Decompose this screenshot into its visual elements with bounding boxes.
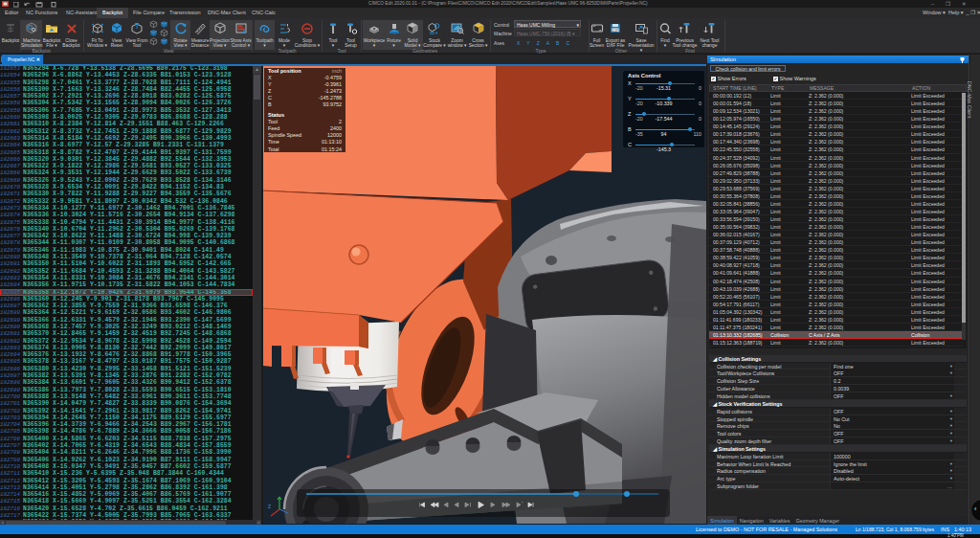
svg-text:DXF: DXF bbox=[612, 29, 618, 33]
svg-text:Z: Z bbox=[268, 504, 271, 509]
